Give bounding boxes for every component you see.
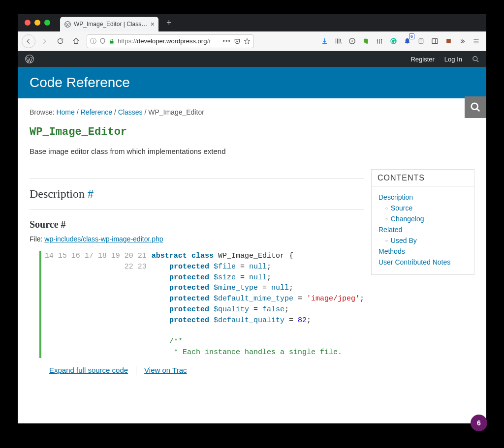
notification-bell-icon[interactable]: 6 — [401, 34, 413, 48]
notification-badge: 6 — [409, 33, 414, 39]
info-icon[interactable]: ⓘ — [90, 37, 96, 46]
toc-user-notes[interactable]: User Contributed Notes — [378, 257, 467, 268]
wp-admin-bar: Register Log In — [18, 51, 486, 67]
window-controls — [22, 20, 56, 26]
search-fab-button[interactable] — [465, 96, 486, 118]
extension-square-icon[interactable] — [442, 34, 455, 48]
class-summary: Base image editor class from which imple… — [30, 147, 474, 155]
shield-icon[interactable] — [99, 38, 106, 44]
breadcrumb-classes[interactable]: Classes — [118, 108, 143, 116]
svg-point-3 — [351, 40, 353, 42]
toc-source[interactable]: Source — [385, 203, 467, 213]
maximize-window-button[interactable] — [44, 20, 50, 26]
svg-rect-1 — [110, 41, 114, 44]
scroll-count-badge[interactable]: 6 — [471, 415, 487, 431]
breadcrumb-reference[interactable]: Reference — [81, 108, 113, 116]
extension-circle-icon[interactable] — [346, 34, 358, 48]
wordpress-favicon-icon — [64, 21, 71, 28]
page-header: Code Reference — [18, 67, 486, 98]
page-title: WP_Image_Editor — [30, 126, 474, 138]
svg-point-9 — [473, 56, 477, 60]
search-top-icon[interactable] — [472, 56, 479, 63]
new-tab-button[interactable]: + — [162, 18, 176, 28]
view-trac-link[interactable]: View on Trac — [144, 366, 187, 374]
register-link[interactable]: Register — [410, 56, 434, 63]
toc-used-by[interactable]: Used By — [385, 235, 467, 246]
breadcrumb-home[interactable]: Home — [56, 108, 74, 116]
extension-doc-icon[interactable] — [414, 34, 427, 48]
description-heading: Description # — [30, 187, 364, 201]
evernote-icon[interactable] — [359, 34, 372, 48]
home-button[interactable] — [69, 34, 83, 48]
contents-box: CONTENTS Description Source Changelog Re… — [371, 169, 474, 275]
svg-point-10 — [472, 103, 478, 110]
source-file-line: File: wp-includes/class-wp-image-editor.… — [30, 235, 364, 243]
expand-source-link[interactable]: Expand full source code — [49, 366, 128, 374]
bookmark-star-icon[interactable] — [244, 38, 251, 45]
wordpress-logo-icon[interactable] — [25, 54, 34, 64]
back-button[interactable] — [22, 34, 35, 48]
code-content: abstract class WP_Image_Editor { protect… — [152, 251, 364, 358]
sidebar-toggle-icon[interactable] — [428, 34, 441, 48]
line-numbers: 14 15 16 17 18 19 20 21 22 23 — [41, 251, 152, 358]
breadcrumb-prefix: Browse: — [30, 108, 55, 116]
titlebar: WP_Image_Editor | Class | Word × + — [18, 14, 486, 31]
download-icon[interactable] — [318, 34, 331, 48]
page-actions-icon[interactable]: ••• — [222, 37, 231, 45]
main-column: Description # Source # File: wp-includes… — [30, 169, 364, 375]
overflow-icon[interactable] — [456, 34, 469, 48]
toc-related[interactable]: Related — [378, 224, 467, 235]
source-file-link[interactable]: wp-includes/class-wp-image-editor.php — [44, 235, 163, 243]
url-bar[interactable]: ⓘ https://developer.wordpress.org/r ••• — [87, 34, 254, 48]
url-text: https://developer.wordpress.org/r — [118, 37, 220, 45]
page-header-title: Code Reference — [30, 75, 474, 90]
extension-sliders-icon[interactable] — [373, 34, 386, 48]
source-anchor[interactable]: # — [61, 219, 66, 230]
source-code-block: 14 15 16 17 18 19 20 21 22 23 abstract c… — [39, 251, 364, 358]
toc-description[interactable]: Description — [378, 192, 467, 203]
extensions-row: 6 — [318, 34, 482, 48]
minimize-window-button[interactable] — [34, 20, 40, 26]
contents-heading: CONTENTS — [372, 170, 474, 187]
close-window-button[interactable] — [25, 20, 31, 26]
description-anchor[interactable]: # — [88, 187, 94, 200]
tab-close-icon[interactable]: × — [151, 20, 155, 28]
browser-toolbar: ⓘ https://developer.wordpress.org/r ••• — [18, 31, 486, 51]
toc-changelog[interactable]: Changelog — [385, 213, 467, 224]
library-icon[interactable] — [332, 34, 345, 48]
browser-window: WP_Image_Editor | Class | Word × + ⓘ — [18, 14, 486, 423]
login-link[interactable]: Log In — [444, 56, 462, 63]
breadcrumb-current: WP_Image_Editor — [148, 108, 204, 116]
page-viewport: Register Log In Code Reference Browse: H… — [18, 51, 486, 423]
reload-button[interactable] — [53, 34, 67, 48]
breadcrumb: Browse: Home / Reference / Classes / WP_… — [30, 108, 474, 116]
tab-title: WP_Image_Editor | Class | Word — [74, 21, 148, 28]
pocket-icon[interactable] — [234, 38, 241, 45]
forward-button[interactable] — [37, 34, 51, 48]
lock-icon[interactable] — [109, 38, 115, 44]
svg-rect-7 — [446, 39, 451, 43]
grammarly-icon[interactable] — [387, 34, 400, 48]
browser-tab[interactable]: WP_Image_Editor | Class | Word × — [60, 17, 158, 31]
svg-rect-6 — [432, 39, 437, 44]
menu-hamburger-icon[interactable] — [470, 34, 482, 48]
toc-methods[interactable]: Methods — [378, 246, 467, 257]
source-heading: Source # — [30, 219, 364, 230]
